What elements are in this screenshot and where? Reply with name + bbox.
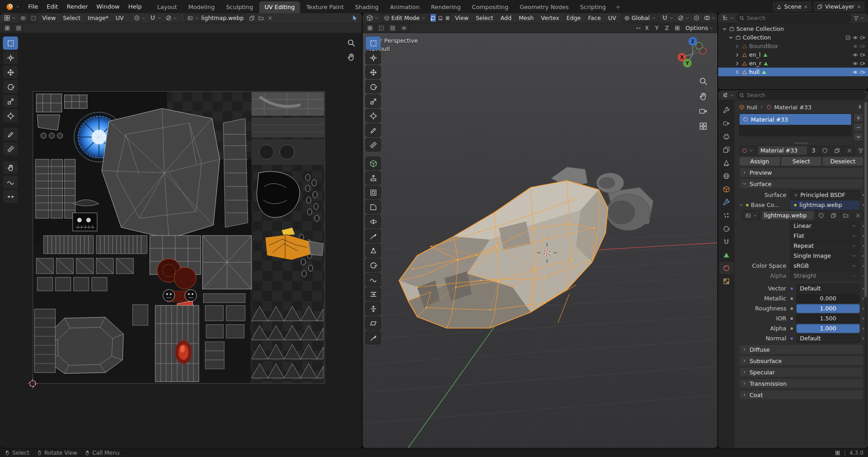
menu-window[interactable]: Window — [92, 2, 123, 12]
tool-measure[interactable] — [365, 138, 381, 152]
interpolation-dropdown[interactable]: Linear — [790, 221, 860, 231]
slot-list-resize-grip[interactable] — [735, 141, 868, 145]
unlink-material-button[interactable] — [844, 146, 855, 155]
chevron-down-icon[interactable] — [739, 203, 744, 207]
tab-physics[interactable] — [720, 222, 734, 235]
tab-scripting[interactable]: Scripting — [575, 1, 612, 13]
ior-slider[interactable]: 1.500 — [796, 314, 860, 323]
outliner-filter-button[interactable] — [852, 14, 866, 22]
outliner-row-scene-collection[interactable]: Scene Collection — [718, 25, 868, 33]
pin-icon[interactable] — [857, 104, 863, 110]
camera-visibility-icon[interactable] — [860, 52, 865, 58]
uv-menu-image[interactable]: Image* — [84, 14, 111, 22]
image-open-button[interactable] — [840, 211, 851, 220]
tab-rendering[interactable]: Rendering — [425, 1, 466, 13]
uv-select-mode-button[interactable] — [29, 14, 38, 22]
uv-pivot-dropdown[interactable] — [132, 14, 147, 22]
tab-geometry-nodes[interactable]: Geometry Nodes — [514, 1, 574, 13]
vp-menu-view[interactable]: View — [452, 14, 472, 22]
breadcrumb-material[interactable]: Material #33 — [774, 104, 811, 111]
tool-edge-slide[interactable] — [365, 287, 381, 301]
proportional-edit-toggle[interactable] — [676, 14, 691, 22]
uv-image-selector[interactable]: lightmap.webp — [184, 14, 247, 22]
tool-bevel[interactable] — [365, 200, 381, 214]
viewlayer-selector[interactable]: ViewLayer — [814, 2, 864, 11]
pan-hand-icon[interactable] — [699, 92, 708, 101]
chevron-right-icon[interactable] — [735, 52, 740, 58]
show-gizmo-toggle[interactable] — [692, 14, 701, 22]
remove-slot-button[interactable] — [853, 123, 863, 132]
image-fake-user-button[interactable] — [816, 211, 827, 220]
zoom-icon[interactable] — [347, 39, 355, 47]
tab-view-layer[interactable] — [720, 143, 734, 156]
source-dropdown[interactable]: Single Image — [790, 251, 860, 260]
ortho-grid-icon[interactable] — [699, 122, 708, 131]
image-name-field[interactable]: lightmap.webp — [761, 211, 814, 220]
browse-image-button[interactable] — [743, 211, 760, 220]
section-preview[interactable]: Preview — [739, 167, 863, 177]
tool-poly-build[interactable] — [365, 244, 381, 257]
properties-search-input[interactable] — [736, 91, 866, 99]
properties-scrollbar[interactable] — [864, 102, 867, 445]
outliner-search-input[interactable] — [736, 14, 851, 22]
tab-texture[interactable] — [720, 275, 734, 287]
select-button[interactable]: Select — [781, 157, 822, 166]
outliner-row-hull[interactable]: hull — [718, 68, 868, 76]
metallic-slider[interactable]: 0.000 — [796, 294, 860, 303]
unlink-image-button[interactable] — [266, 14, 274, 22]
tool-annotate[interactable] — [365, 123, 381, 137]
tab-animation[interactable]: Animation — [385, 1, 425, 13]
menu-file[interactable]: File — [24, 2, 42, 12]
chevron-right-icon[interactable] — [735, 61, 740, 66]
uv-editor-type-dropdown[interactable] — [2, 14, 17, 22]
viewport-canvas[interactable]: User Perspective (1) hull Z X Y — [363, 33, 717, 448]
mode-selector[interactable]: Edit Mode — [381, 14, 429, 22]
tab-scene[interactable] — [720, 157, 734, 169]
section-subsurface[interactable]: Subsurface — [739, 356, 863, 366]
add-slot-button[interactable] — [853, 113, 863, 122]
tab-sculpting[interactable]: Sculpting — [221, 1, 259, 13]
vp-menu-uv[interactable]: UV — [605, 14, 620, 22]
tool-select-box[interactable] — [3, 36, 18, 50]
tool-move[interactable] — [3, 65, 18, 79]
roughness-slider[interactable]: 1.000 — [796, 304, 860, 313]
image-new-button[interactable] — [828, 211, 839, 220]
tool-spin[interactable] — [365, 258, 381, 272]
menu-render[interactable]: Render — [63, 2, 92, 12]
tab-uv-editing[interactable]: UV Editing — [259, 1, 301, 13]
open-image-button[interactable] — [257, 14, 265, 22]
deselect-button[interactable]: Deselect — [822, 157, 863, 166]
tool-settings-toggle-4[interactable] — [399, 24, 409, 32]
vp-menu-mesh[interactable]: Mesh — [516, 14, 537, 22]
tab-modeling[interactable]: Modeling — [183, 1, 220, 13]
tool-rip-region[interactable] — [365, 331, 381, 344]
tab-object-data[interactable] — [720, 249, 734, 261]
snap-toggle[interactable] — [660, 14, 675, 22]
camera-visibility-icon[interactable] — [860, 69, 865, 75]
tab-object[interactable] — [720, 183, 734, 195]
tool-select-box[interactable] — [365, 36, 381, 50]
tool-extrude-region[interactable] — [365, 171, 381, 185]
tool-transform[interactable] — [365, 109, 381, 123]
tab-world[interactable] — [720, 170, 734, 182]
eye-icon[interactable] — [853, 44, 858, 49]
tool-knife[interactable] — [365, 229, 381, 243]
tab-output[interactable] — [720, 130, 734, 143]
tool-rotate[interactable] — [365, 80, 381, 93]
chevron-down-icon[interactable] — [728, 35, 734, 40]
vp-menu-edge[interactable]: Edge — [563, 14, 584, 22]
blender-logo-menu[interactable] — [4, 2, 22, 11]
eye-icon[interactable] — [853, 69, 858, 75]
vp-menu-select[interactable]: Select — [473, 14, 497, 22]
tab-constraints[interactable] — [720, 236, 734, 248]
tool-move[interactable] — [365, 65, 381, 79]
uv-overlay-toggle[interactable] — [2, 24, 12, 32]
vp-menu-vertex[interactable]: Vertex — [538, 14, 562, 22]
unlink-viewlayer-icon[interactable] — [857, 5, 861, 9]
surface-shader-dropdown[interactable]: Principled BSDF — [790, 191, 860, 200]
menu-help[interactable]: Help — [124, 2, 146, 12]
material-slot-row[interactable]: Material #33 — [740, 114, 851, 125]
tool-add-cube[interactable] — [365, 157, 381, 170]
zoom-icon[interactable] — [699, 77, 708, 86]
show-overlays-toggle[interactable] — [702, 14, 717, 22]
